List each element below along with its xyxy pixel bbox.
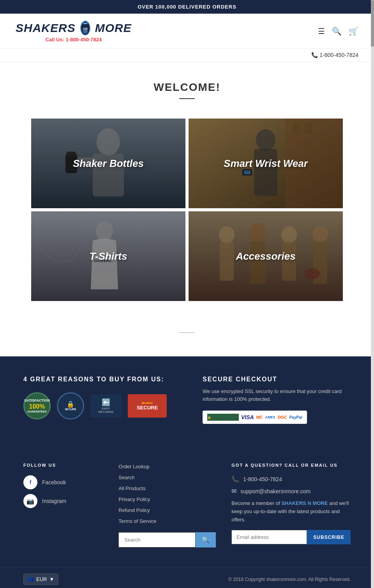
footer-bottom: 🇪🇺 EUR ▼ © 2018 Copyright shakersnmore.c… — [0, 567, 374, 588]
discover-badge: DISC — [278, 415, 287, 420]
trust-badges: SATISFACTION 100% GUARANTEED 🔒 SECURE ⬅️… — [23, 392, 171, 420]
top-banner: OVER 100,000 DELIVERED ORDERS — [0, 0, 374, 14]
instagram-icon: 📷 — [23, 494, 37, 508]
reasons-section: 4 GREAT REASONS TO BUY FROM US: SATISFAC… — [0, 356, 374, 443]
footer-link-privacy[interactable]: Privacy Policy — [118, 496, 216, 503]
reasons-right: SECURE CHECKOUT We use encrypted SSL sec… — [203, 376, 351, 424]
reasons-title: 4 GREAT REASONS TO BUY FROM US: — [23, 376, 171, 383]
badge-easy-returns: ⬅️ EASYRETURNS — [90, 394, 122, 418]
scrollbar[interactable] — [371, 0, 374, 588]
paypal-badge: PayPal — [289, 415, 302, 420]
refund-link[interactable]: Refund Policy — [118, 507, 150, 513]
card-overlay-shaker: Shaker Bottles — [31, 119, 185, 208]
footer-link-search[interactable]: Search — [118, 474, 216, 481]
welcome-section: WELCOME! — [0, 62, 374, 111]
all-products-link[interactable]: All Products — [118, 485, 145, 491]
flag-icon: 🇪🇺 — [28, 576, 34, 582]
card-overlay-smart: Smart Wrist Wear — [189, 119, 343, 208]
footer-main: FOLLOW US f Facebook 📷 Instagram Order L… — [0, 443, 374, 567]
section-divider — [179, 332, 195, 333]
currency-selector[interactable]: 🇪🇺 EUR ▼ — [23, 574, 58, 585]
header: SHAKERS SM MORE Call Us: 1-800-450-7824 … — [0, 14, 374, 49]
cart-icon[interactable]: 🛒 — [349, 27, 358, 36]
footer-link-products[interactable]: All Products — [118, 485, 216, 492]
card-label-shaker: Shaker Bottles — [73, 158, 144, 170]
checkout-title: SECURE CHECKOUT — [203, 376, 351, 383]
scrollbar-thumb[interactable] — [371, 0, 374, 47]
facebook-icon: f — [23, 475, 37, 489]
header-icons: ☰ 🔍 🛒 — [318, 27, 358, 36]
contact-title: Got a Question? Call or Email Us — [231, 463, 351, 468]
logo-text: SHAKERS — [16, 21, 76, 35]
welcome-title: WELCOME! — [8, 81, 366, 94]
contact-email: ✉ support@shakersnmore.com — [231, 487, 351, 495]
card-label-tshirt: T-Shirts — [90, 250, 127, 262]
footer-link-refund[interactable]: Refund Policy — [118, 507, 216, 514]
card-label-accessories: Accessories — [236, 250, 295, 262]
phone-number: 1-800-450-7824 — [319, 52, 358, 58]
phone-icon: 📞 — [311, 52, 318, 58]
terms-link[interactable]: Terms of Service — [118, 518, 156, 524]
footer-links-list: Order Lookup Search All Products Privacy… — [118, 463, 216, 524]
follow-us-title: FOLLOW US — [23, 463, 103, 468]
footer-col-links: Order Lookup Search All Products Privacy… — [118, 463, 216, 547]
badge-satisfaction: SATISFACTION 100% GUARANTEED — [23, 392, 51, 420]
svg-rect-1 — [83, 23, 88, 24]
payment-logos: 🔒 Your order is SSLSECURED VISA MC AMEX … — [203, 411, 307, 424]
amex-badge: AMEX — [265, 415, 275, 419]
newsletter-desc1: Become a member of — [231, 500, 281, 506]
ssl-badge: 🔒 Your order is SSLSECURED — [207, 414, 239, 421]
phone-icon: 📞 — [231, 475, 239, 483]
mastercard-badge: MC — [256, 415, 263, 420]
footer-search-row: 🔍 — [118, 532, 216, 547]
contact-phone-number: 1-800-450-7824 — [243, 476, 282, 482]
product-card-smart[interactable]: Smart Wrist Wear — [189, 119, 343, 208]
card-overlay-accessories: Accessories — [189, 211, 343, 301]
banner-text: OVER 100,000 DELIVERED ORDERS — [138, 4, 236, 10]
product-card-shaker[interactable]: Shaker Bottles — [31, 119, 185, 208]
subscribe-button[interactable]: SUBSCRIBE — [307, 530, 351, 544]
product-grid: Shaker Bottles — [0, 111, 374, 309]
currency-label: EUR — [36, 576, 47, 582]
footer-search-input[interactable] — [118, 532, 196, 547]
social-facebook[interactable]: f Facebook — [23, 475, 103, 489]
product-card-tshirt[interactable]: SHAKERS T-Shirts — [31, 211, 185, 301]
card-label-smart: Smart Wrist Wear — [224, 158, 308, 170]
phone-bar: 📞 1-800-450-7824 — [0, 49, 374, 62]
product-card-accessories[interactable]: Accessories — [189, 211, 343, 301]
newsletter-email-input[interactable] — [231, 530, 307, 544]
reasons-left: 4 GREAT REASONS TO BUY FROM US: SATISFAC… — [23, 376, 171, 424]
copyright: © 2018 Copyright shakersnmore.com. All R… — [228, 577, 351, 582]
footer-link-order[interactable]: Order Lookup — [118, 463, 216, 470]
logo[interactable]: SHAKERS SM MORE — [16, 19, 132, 37]
footer-col-contact: Got a Question? Call or Email Us 📞 1-800… — [231, 463, 351, 547]
welcome-divider — [179, 98, 195, 99]
search-link[interactable]: Search — [118, 475, 134, 480]
svg-text:SM: SM — [83, 27, 88, 30]
menu-icon[interactable]: ☰ — [318, 27, 325, 36]
social-instagram[interactable]: 📷 Instagram — [23, 494, 103, 508]
logo-text2: MORE — [95, 21, 132, 35]
privacy-link[interactable]: Privacy Policy — [118, 496, 150, 502]
card-overlay-tshirt: T-Shirts — [31, 211, 185, 301]
instagram-label: Instagram — [42, 498, 66, 504]
logo-area: SHAKERS SM MORE Call Us: 1-800-450-7824 — [16, 19, 132, 43]
newsletter-desc: Become a member of SHAKERS N MORE and we… — [231, 499, 351, 524]
checkout-desc: We use encrypted SSL security to ensure … — [203, 388, 351, 403]
badge-mcafee: McAfee SECURE — [128, 394, 167, 418]
visa-badge: VISA — [241, 414, 254, 420]
newsletter-email-row: SUBSCRIBE — [231, 530, 351, 544]
footer-link-terms[interactable]: Terms of Service — [118, 517, 216, 524]
email-icon: ✉ — [231, 487, 236, 495]
logo-call: Call Us: 1-800-450-7824 — [46, 37, 102, 43]
contact-email-address: support@shakersnmore.com — [240, 488, 310, 494]
footer-col-social: FOLLOW US f Facebook 📷 Instagram — [23, 463, 103, 547]
footer-search-button[interactable]: 🔍 — [196, 532, 216, 547]
badge-secure: 🔒 SECURE — [57, 392, 84, 420]
search-icon[interactable]: 🔍 — [332, 27, 342, 36]
order-lookup-link[interactable]: Order Lookup — [118, 464, 150, 469]
facebook-label: Facebook — [42, 479, 66, 485]
logo-icon: SM — [77, 19, 94, 37]
newsletter-brand: SHAKERS N MORE — [281, 500, 328, 506]
contact-phone: 📞 1-800-450-7824 — [231, 475, 351, 483]
